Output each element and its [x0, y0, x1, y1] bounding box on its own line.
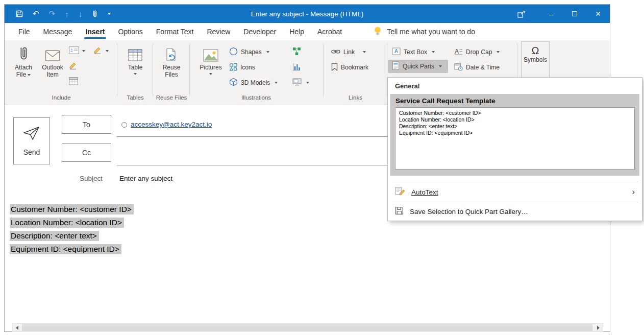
ribbon-group-illustrations: Pictures Shapes Icons 3D Models	[190, 40, 322, 105]
subject-label: Subject	[56, 175, 103, 182]
tab-review[interactable]: Review	[200, 23, 237, 40]
down-arrow-icon[interactable]: ↓	[79, 10, 83, 18]
tab-acrobat[interactable]: Acrobat	[311, 23, 349, 40]
to-label: To	[83, 121, 90, 129]
drop-cap-label: Drop Cap	[466, 49, 492, 56]
save-selection-item[interactable]: Save Selection to Quick Part Gallery…	[388, 202, 642, 221]
send-button[interactable]: Send	[13, 117, 50, 164]
3d-models-button[interactable]: 3D Models	[229, 76, 278, 89]
reuse-files-button[interactable]: Reuse Files	[156, 42, 187, 78]
chart-button[interactable]	[292, 61, 301, 74]
quick-parts-menu: General Service Call Request Template Cu…	[387, 77, 642, 221]
signature-small-button[interactable]	[69, 61, 78, 72]
preview-line: Description: <enter text>	[399, 123, 631, 130]
bookmark-button[interactable]: Bookmark	[331, 61, 368, 74]
reuse-files-icon	[156, 42, 187, 62]
ribbon-group-reuse-files: Reuse Files Reuse Files	[154, 40, 189, 105]
tab-options[interactable]: Options	[112, 23, 150, 40]
tab-developer[interactable]: Developer	[237, 23, 283, 40]
tell-me-label: Tell me what you want to do	[387, 28, 475, 36]
drop-cap-button[interactable]: A Drop Cap	[454, 45, 500, 59]
autotext-item[interactable]: AutoText ›	[388, 183, 642, 201]
cc-button[interactable]: Cc	[62, 143, 111, 162]
quick-access-toolbar: ↶ ↷ ↑ ↓	[16, 5, 111, 23]
maximize-button[interactable]	[563, 5, 586, 23]
screenshot-icon	[292, 78, 302, 87]
tab-message[interactable]: Message	[37, 23, 79, 40]
calendar-icon	[69, 77, 78, 87]
scroll-thumb[interactable]	[22, 324, 592, 331]
title-bar: ↶ ↷ ↑ ↓ Enter any subject - Message (HTM…	[5, 5, 610, 23]
autotext-label: AutoText	[411, 188, 438, 196]
ribbon-tab-row: File Message Insert Options Format Text …	[5, 23, 610, 40]
popout-icon[interactable]	[510, 5, 533, 23]
group-label-reuse-files: Reuse Files	[154, 94, 189, 101]
group-separator	[323, 43, 324, 97]
attach-qat-icon[interactable]	[92, 10, 98, 18]
tab-help[interactable]: Help	[283, 23, 311, 40]
signature-button[interactable]	[93, 45, 109, 57]
quick-parts-button[interactable]: Quick Parts	[388, 60, 448, 73]
scroll-right-icon[interactable]	[594, 324, 603, 331]
message-body[interactable]: Customer Number: <customer ID> Location …	[10, 203, 134, 256]
tell-me-box[interactable]: Tell me what you want to do	[373, 26, 475, 38]
symbols-button[interactable]: Ω Symbols	[521, 41, 550, 80]
attach-file-button[interactable]: Attach File	[10, 42, 37, 78]
save-icon[interactable]	[16, 10, 23, 17]
reuse-files-label: Reuse Files	[163, 64, 181, 78]
redo-icon[interactable]: ↷	[49, 9, 56, 18]
undo-icon[interactable]: ↶	[33, 9, 39, 18]
outlook-item-button[interactable]: Outlook Item	[38, 42, 67, 78]
group-label-include: Include	[6, 94, 117, 101]
group-separator	[153, 43, 153, 97]
date-time-button[interactable]: Date & Time	[454, 61, 500, 74]
horizontal-scrollbar[interactable]	[12, 323, 603, 332]
table-icon	[120, 42, 151, 62]
picture-icon	[196, 42, 225, 62]
link-button[interactable]: Link	[331, 45, 366, 59]
quick-part-gallery-item[interactable]: Service Call Request Template Customer N…	[390, 94, 639, 176]
tab-file[interactable]: File	[12, 23, 37, 40]
preview-line: Equipment ID: <equipment ID>	[399, 130, 631, 136]
icons-label: Icons	[240, 64, 255, 71]
date-time-icon	[454, 63, 463, 73]
text-box-icon: A	[392, 47, 401, 57]
menu-divider	[392, 182, 638, 182]
group-label-illustrations: Illustrations	[190, 94, 322, 101]
group-label-tables: Tables	[118, 94, 153, 101]
chart-icon	[292, 63, 301, 73]
business-card-button[interactable]	[69, 45, 85, 57]
minimize-button[interactable]: –	[539, 5, 563, 23]
to-button[interactable]: To	[62, 115, 111, 134]
window-title: Enter any subject - Message (HTML)	[158, 5, 457, 23]
svg-text:A: A	[455, 48, 459, 55]
omega-icon: Ω	[532, 45, 539, 56]
up-arrow-icon[interactable]: ↑	[65, 10, 69, 18]
quick-part-preview: Customer Number: <customer ID> Location …	[395, 107, 635, 170]
shapes-label: Shapes	[241, 49, 262, 56]
calendar-button[interactable]	[69, 76, 78, 87]
scroll-left-icon[interactable]	[13, 324, 21, 331]
bookmark-label: Bookmark	[341, 64, 368, 71]
recipient-chip[interactable]: accesskey@act.key2act.io	[131, 121, 212, 128]
outlook-message-window: ↶ ↷ ↑ ↓ Enter any subject - Message (HTM…	[4, 4, 610, 332]
tab-insert[interactable]: Insert	[79, 23, 111, 40]
symbols-label: Symbols	[524, 56, 547, 63]
smartart-icon	[292, 47, 301, 57]
icons-button[interactable]: Icons	[229, 61, 255, 74]
tab-format-text[interactable]: Format Text	[150, 23, 201, 40]
pictures-button[interactable]: Pictures	[196, 42, 225, 75]
subject-value[interactable]: Enter any subject	[119, 175, 172, 182]
screenshot-button[interactable]	[292, 76, 309, 89]
close-button[interactable]: ×	[586, 5, 610, 23]
shapes-button[interactable]: Shapes	[229, 45, 269, 59]
qat-customize-chevron-icon[interactable]	[108, 13, 111, 15]
table-button[interactable]: Table	[120, 42, 151, 75]
send-label: Send	[23, 148, 40, 156]
body-line: Description: <enter text>	[10, 229, 134, 243]
smartart-button[interactable]	[292, 45, 301, 59]
group-separator	[117, 43, 117, 97]
text-box-button[interactable]: A Text Box	[392, 45, 435, 59]
cc-label: Cc	[82, 149, 91, 157]
svg-text:A: A	[394, 49, 398, 54]
